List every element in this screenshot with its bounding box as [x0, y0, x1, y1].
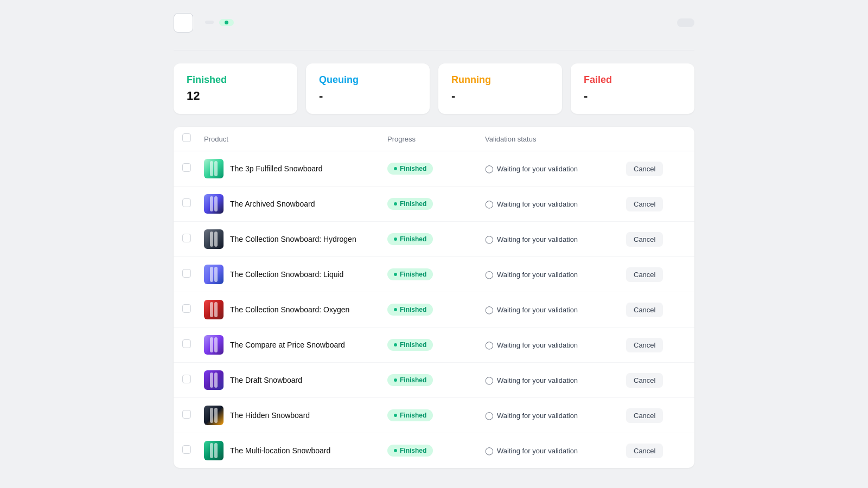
validation-text-7: Waiting for your validation [497, 412, 578, 420]
cancel-row-button-2[interactable]: Cancel [626, 232, 663, 247]
row-checkbox-5[interactable] [182, 339, 191, 348]
row-checkbox-6[interactable] [182, 375, 191, 383]
stat-value-running: - [451, 89, 549, 103]
table-row: The Collection Snowboard: Oxygen Finishe… [174, 292, 694, 328]
progress-badge-4: Finished [387, 304, 433, 316]
clock-icon: ◯ [485, 411, 494, 420]
table-row: The Draft Snowboard Finished ◯ Waiting f… [174, 363, 694, 398]
table-row: The Collection Snowboard: Hydrogen Finis… [174, 222, 694, 257]
clock-icon: ◯ [485, 446, 494, 455]
validation-cell-7: ◯ Waiting for your validation [485, 411, 626, 420]
stat-cards: Finished 12 Queuing - Running - Failed - [174, 63, 694, 114]
product-name-6: The Draft Snowboard [230, 376, 302, 384]
stat-title-finished: Finished [187, 74, 284, 86]
progress-cell-0: Finished [387, 163, 485, 175]
gpt-badge [205, 21, 214, 24]
validation-cell-0: ◯ Waiting for your validation [485, 164, 626, 173]
row-checkbox-1[interactable] [182, 198, 191, 207]
row-checkbox-0[interactable] [182, 163, 191, 172]
select-all-checkbox[interactable] [182, 133, 191, 142]
table-row: The Hidden Snowboard Finished ◯ Waiting … [174, 398, 694, 433]
board-shape [210, 161, 213, 176]
progress-badge-6: Finished [387, 374, 433, 386]
validation-cell-2: ◯ Waiting for your validation [485, 235, 626, 243]
cancel-row-button-3[interactable]: Cancel [626, 267, 663, 282]
status-badge [219, 19, 234, 26]
board-shape [210, 196, 213, 211]
cancel-row-button-4[interactable]: Cancel [626, 303, 663, 317]
table-row: The Multi-location Snowboard Finished ◯ … [174, 433, 694, 468]
progress-cell-5: Finished [387, 339, 485, 351]
stat-card-queuing: Queuing - [306, 63, 430, 114]
table-row: The Archived Snowboard Finished ◯ Waitin… [174, 187, 694, 222]
stat-title-queuing: Queuing [319, 74, 417, 86]
board-shape [210, 373, 213, 388]
board-shape [210, 337, 213, 352]
product-thumbnail-1 [204, 194, 224, 214]
page-header [174, 13, 694, 33]
progress-cell-1: Finished [387, 198, 485, 210]
cancel-header-button[interactable] [677, 18, 694, 27]
table-row: The Compare at Price Snowboard Finished … [174, 328, 694, 363]
row-checkbox-7[interactable] [182, 410, 191, 419]
cancel-row-button-1[interactable]: Cancel [626, 197, 663, 211]
cancel-row-button-8[interactable]: Cancel [626, 444, 663, 458]
header-left [174, 13, 234, 33]
cancel-row-button-7[interactable]: Cancel [626, 408, 663, 423]
row-actions-5: Cancel [626, 338, 686, 352]
stat-value-finished: 12 [187, 89, 284, 103]
board-shape [214, 443, 218, 458]
product-cell-1: The Archived Snowboard [204, 194, 387, 214]
header-divider [174, 50, 694, 50]
row-actions-7: Cancel [626, 408, 686, 423]
clock-icon: ◯ [485, 235, 494, 243]
product-cell-6: The Draft Snowboard [204, 370, 387, 390]
clock-icon: ◯ [485, 270, 494, 279]
table-body: The 3p Fulfilled Snowboard Finished ◯ Wa… [174, 151, 694, 468]
validation-text-6: Waiting for your validation [497, 376, 578, 384]
product-name-8: The Multi-location Snowboard [230, 446, 330, 455]
board-shape [210, 408, 213, 423]
cancel-row-button-0[interactable]: Cancel [626, 162, 663, 176]
clock-icon: ◯ [485, 376, 494, 384]
product-name-3: The Collection Snowboard: Liquid [230, 270, 343, 279]
progress-badge-7: Finished [387, 409, 433, 421]
stat-value-queuing: - [319, 89, 417, 103]
progress-cell-8: Finished [387, 445, 485, 457]
product-name-4: The Collection Snowboard: Oxygen [230, 305, 349, 314]
cancel-row-button-6[interactable]: Cancel [626, 373, 663, 388]
product-thumbnail-4 [204, 300, 224, 319]
table-row: The 3p Fulfilled Snowboard Finished ◯ Wa… [174, 151, 694, 187]
stat-title-failed: Failed [584, 74, 681, 86]
validation-text-2: Waiting for your validation [497, 235, 578, 243]
progress-badge-0: Finished [387, 163, 433, 175]
validation-text-4: Waiting for your validation [497, 306, 578, 314]
row-checkbox-4[interactable] [182, 304, 191, 313]
product-thumbnail-0 [204, 159, 224, 178]
product-cell-5: The Compare at Price Snowboard [204, 335, 387, 355]
stat-card-failed: Failed - [571, 63, 694, 114]
validation-text-1: Waiting for your validation [497, 200, 578, 208]
row-actions-2: Cancel [626, 232, 686, 247]
product-cell-2: The Collection Snowboard: Hydrogen [204, 229, 387, 249]
row-actions-4: Cancel [626, 303, 686, 317]
col-product: Product [204, 135, 387, 143]
board-shape [214, 408, 218, 423]
cancel-row-button-5[interactable]: Cancel [626, 338, 663, 352]
validation-cell-3: ◯ Waiting for your validation [485, 270, 626, 279]
back-button[interactable] [174, 13, 193, 33]
row-checkbox-3[interactable] [182, 269, 191, 278]
validation-cell-6: ◯ Waiting for your validation [485, 376, 626, 384]
product-name-2: The Collection Snowboard: Hydrogen [230, 235, 356, 243]
col-progress: Progress [387, 135, 485, 143]
refresh-button[interactable] [658, 18, 671, 27]
validation-cell-8: ◯ Waiting for your validation [485, 446, 626, 455]
progress-cell-2: Finished [387, 233, 485, 245]
product-cell-8: The Multi-location Snowboard [204, 441, 387, 460]
product-cell-0: The 3p Fulfilled Snowboard [204, 159, 387, 178]
validation-text-0: Waiting for your validation [497, 165, 578, 173]
row-checkbox-8[interactable] [182, 445, 191, 454]
row-checkbox-2[interactable] [182, 234, 191, 242]
progress-cell-6: Finished [387, 374, 485, 386]
board-shape [214, 196, 218, 211]
